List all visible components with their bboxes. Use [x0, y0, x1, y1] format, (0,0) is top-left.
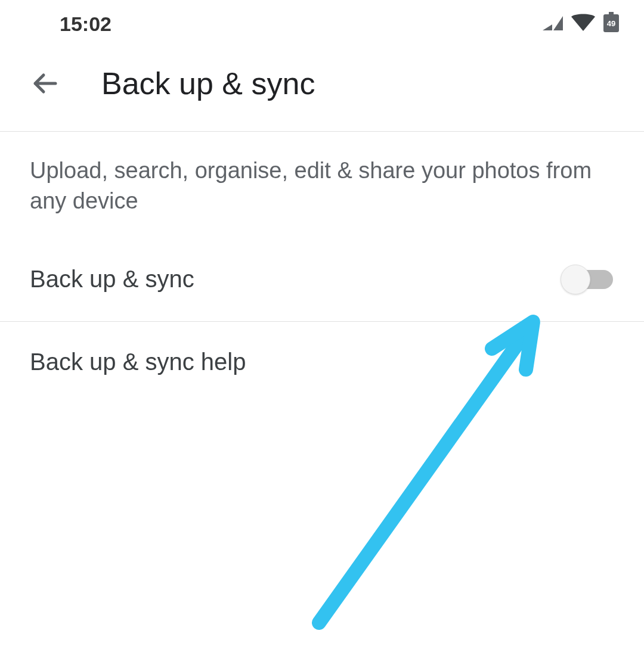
battery-icon: 49: [602, 12, 620, 36]
backup-sync-label: Back up & sync: [30, 266, 194, 293]
toggle-thumb: [561, 265, 590, 294]
page-title: Back up & sync: [101, 66, 315, 101]
svg-rect-0: [609, 12, 614, 14]
status-icons: 49: [541, 12, 620, 36]
app-header: Back up & sync: [0, 42, 644, 132]
wifi-icon: [570, 13, 596, 35]
back-button[interactable]: [30, 69, 60, 98]
backup-sync-toggle[interactable]: [561, 265, 614, 294]
battery-level-text: 49: [607, 19, 615, 28]
arrow-left-icon: [32, 70, 58, 97]
backup-sync-help-label: Back up & sync help: [30, 349, 246, 375]
page-description: Upload, search, organise, edit & share y…: [0, 132, 644, 238]
backup-sync-setting[interactable]: Back up & sync: [0, 238, 644, 322]
signal-icon: [541, 14, 564, 34]
status-time: 15:02: [60, 13, 112, 36]
backup-sync-help-setting[interactable]: Back up & sync help: [0, 322, 644, 402]
status-bar: 15:02 49: [0, 0, 644, 42]
